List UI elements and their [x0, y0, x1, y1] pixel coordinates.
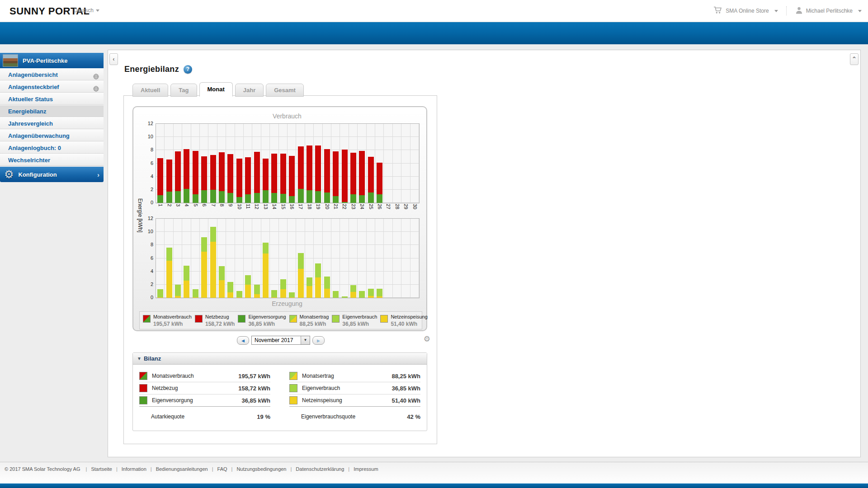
user-menu[interactable]: Michael Perlitschke [795, 6, 862, 15]
eigenversorgung-bar-segment [184, 189, 189, 203]
netzbezug-bar-segment [157, 158, 163, 195]
tab-monat[interactable]: Monat [199, 82, 233, 97]
footer-separator: | [151, 466, 152, 472]
day-label: 28 [395, 204, 400, 217]
day-label: 4 [184, 204, 189, 217]
footer-link-information[interactable]: Information [122, 466, 146, 472]
legend-item-eigenverbrauch: Eigenverbrauch36,85 kWh [329, 312, 377, 329]
month-dropdown[interactable]: November 2017 ▼ [251, 336, 310, 345]
day-label-cell: 16 [288, 204, 296, 217]
footer-separator: | [231, 466, 233, 472]
sidebar-item-anlagenlogbuch-0[interactable]: Anlagenlogbuch: 0 [0, 141, 104, 154]
netzbezug-bar-segment [315, 145, 321, 191]
legend-texts: Eigenversorgung36,85 kWh [248, 314, 286, 327]
netzbezug-bar-segment [307, 145, 312, 190]
eigenverbrauch-bar-segment [263, 243, 269, 254]
tab-tag[interactable]: Tag [170, 84, 197, 97]
previous-month-button[interactable]: ◀ [237, 336, 249, 345]
eigenverbrauch-bar-segment [342, 296, 348, 298]
plant-header[interactable]: PVA-Perlitschke [0, 53, 104, 68]
chart-settings-gear-icon[interactable]: ⚙ [424, 334, 430, 344]
netzbezug-bar-segment [289, 156, 295, 196]
bilanz-row-monatsverbrauch: Monatsverbrauch195,57 kWh [139, 370, 270, 382]
legend-item-monatsertrag: Monatsertrag88,25 kWh [286, 312, 329, 329]
sidebar-item-anlagen-berwachung[interactable]: Anlagenüberwachung [0, 129, 104, 141]
day-label: 24 [359, 204, 364, 217]
footer-link-impressum[interactable]: Impressum [354, 466, 378, 472]
sidebar-item-label: Aktueller Status [8, 96, 53, 103]
netzeinspeisung-bar-segment [377, 296, 382, 298]
sunny-portal-screen: SUNNY PORTAL Deutsch SMA Online Store Mi… [0, 0, 868, 488]
eigenversorgung-bar-segment [157, 195, 163, 203]
sidebar-item-aktueller-status[interactable]: Aktueller Status [0, 93, 104, 105]
sidebar-item-jahresvergleich[interactable]: Jahresvergleich [0, 117, 104, 129]
sidebar-item-label: Anlagenübersicht [8, 71, 58, 78]
sidebar-item-label: Anlagenüberwachung [8, 132, 70, 139]
eigenversorgung-bar-segment [236, 197, 242, 203]
day-label-cell: 15 [278, 204, 287, 217]
netzbezug-bar-segment [377, 163, 382, 194]
language-selector[interactable]: Deutsch [74, 7, 99, 14]
day-label: 1 [158, 204, 163, 217]
gear-icon: ⚙ [4, 169, 14, 180]
sma-online-store-link[interactable]: SMA Online Store [713, 6, 778, 15]
y-tick-label: 0 [141, 295, 153, 300]
footer-link-nutzungsbedingungen[interactable]: Nutzungsbedingungen [236, 466, 286, 472]
netzeinspeisung-bar-segment [210, 242, 216, 298]
tab-aktuell[interactable]: Aktuell [132, 84, 168, 97]
sidebar-item-konfiguration[interactable]: ⚙ Konfiguration › [0, 167, 104, 182]
netzbezug-bar-segment [368, 157, 374, 192]
eigenverbrauch-bar-segment [210, 227, 216, 242]
help-icon[interactable]: ? [184, 65, 192, 74]
footer-link-faq[interactable]: FAQ [217, 466, 227, 472]
bilanz-row-value: 88,25 kWh [392, 373, 420, 380]
sidebar-item-anlagen-bersicht[interactable]: Anlagenübersicht [0, 68, 104, 80]
netzeinspeisung-bar-segment [289, 297, 295, 298]
y-tick-label: 12 [141, 121, 153, 126]
eigenversorgung-bar-segment [280, 194, 286, 203]
footer-separator: | [116, 466, 118, 472]
footer-separator: | [290, 466, 292, 472]
netzbezug-bar-segment [271, 154, 277, 193]
sidebar-item-label: Anlagenlogbuch: 0 [8, 145, 61, 151]
quote-name: Autarkiequote [151, 413, 184, 420]
main-content-panel: ‹ ⌃ Energiebilanz ? AktuellTagMonatJahrG… [108, 50, 861, 457]
netzeinspeisung-bar-segment [157, 297, 163, 298]
day-label-cell: 23 [349, 204, 358, 217]
netzbezug-bar-segment [175, 151, 181, 191]
netzbezug-bar-segment [298, 146, 304, 189]
netzbezug-bar-segment [227, 154, 233, 193]
panel-collapse-button[interactable]: ⌃ [850, 53, 859, 65]
day-label: 26 [377, 204, 382, 217]
footer-link-startseite[interactable]: Startseite [91, 466, 112, 472]
divider [786, 6, 787, 15]
konfiguration-label: Konfiguration [19, 171, 57, 178]
next-month-button[interactable]: ▶ [312, 336, 325, 345]
day-label: 2 [167, 204, 172, 217]
sidebar-item-energiebilanz[interactable]: Energiebilanz [0, 105, 104, 117]
eigenversorgung-bar-segment [193, 194, 198, 203]
top-bar: SUNNY PORTAL Deutsch SMA Online Store Mi… [0, 0, 868, 22]
footer-link-datenschutzerkl-rung[interactable]: Datenschutzerklärung [296, 466, 344, 472]
day-label-cell: 2 [165, 204, 173, 217]
sidebar-item-anlagensteckbrief[interactable]: Anlagensteckbrief [0, 80, 104, 93]
eigenversorgung-bar-segment [219, 191, 225, 203]
bilanz-row-name: Netzeinspeisung [302, 397, 342, 404]
footer-link-bedienungsanleitungen[interactable]: Bedienungsanleitungen [156, 466, 208, 472]
eigenversorgung-bar-segment [333, 196, 339, 203]
eigenversorgung-bar-segment [227, 193, 233, 203]
day-label-cell: 10 [235, 204, 244, 217]
day-label-cell: 19 [314, 204, 322, 217]
day-label-cell: 22 [340, 204, 349, 217]
tab-gesamt[interactable]: Gesamt [266, 84, 304, 97]
bilanz-header[interactable]: ▼ Bilanz [133, 353, 427, 365]
tab-jahr[interactable]: Jahr [235, 84, 264, 97]
day-label: 3 [175, 204, 180, 217]
eigenversorgung-bar-segment [245, 194, 251, 203]
day-label: 30 [412, 204, 417, 217]
eigenverbrauch-bar-segment [307, 277, 312, 286]
legend-item-eigenversorgung: Eigenversorgung36,85 kWh [235, 312, 286, 329]
eigenverbrauch-bar-segment [324, 277, 330, 288]
sidebar-item-wechselrichter[interactable]: Wechselrichter [0, 154, 104, 166]
sidebar-collapse-button[interactable]: ‹ [109, 53, 118, 65]
